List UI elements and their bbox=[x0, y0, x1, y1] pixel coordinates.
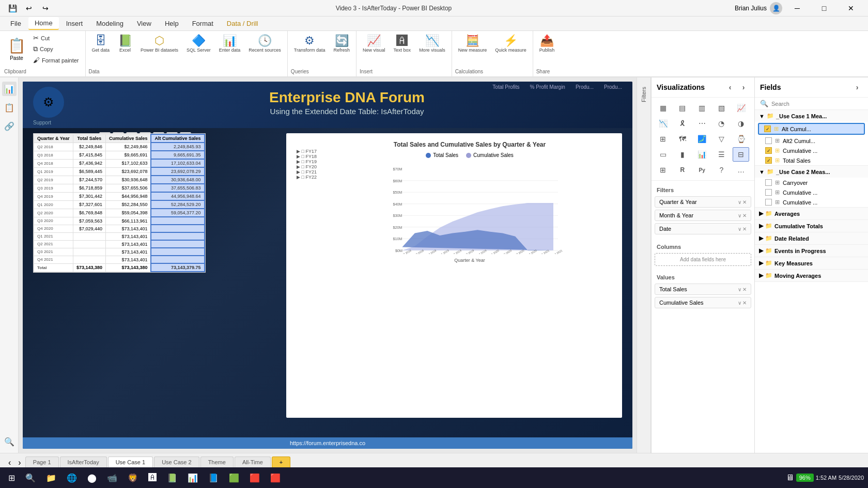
viz-more[interactable]: … bbox=[733, 163, 749, 177]
search-taskbar-button[interactable]: 🔍 bbox=[21, 468, 40, 487]
taskbar-brave[interactable]: 🦁 bbox=[123, 468, 142, 487]
field-checkbox-cumulative2[interactable] bbox=[765, 189, 772, 196]
model-view-icon[interactable]: 🔗 bbox=[2, 119, 17, 133]
values-cs-close[interactable]: ✕ bbox=[742, 300, 747, 306]
viz-funnel[interactable]: ▽ bbox=[713, 132, 730, 146]
fields-section-header-dr[interactable]: ▶ 📁 Date Related bbox=[755, 232, 868, 244]
paste-button[interactable]: 📋 Paste bbox=[4, 35, 29, 63]
viz-clustered-bar[interactable]: ▤ bbox=[674, 101, 691, 115]
redo-icon[interactable]: ↪ bbox=[38, 1, 53, 15]
taskbar-chrome[interactable]: ⬤ bbox=[83, 468, 101, 487]
viz-line[interactable]: 📈 bbox=[733, 101, 749, 115]
viz-nav-next[interactable]: › bbox=[738, 82, 749, 93]
tab-is-after-today[interactable]: IsAfterToday bbox=[60, 456, 107, 467]
viz-filled-map[interactable]: 🗾 bbox=[694, 132, 710, 146]
viz-matrix[interactable]: ⊞ bbox=[655, 163, 671, 177]
new-measure-button[interactable]: 🧮 New measure bbox=[455, 33, 490, 55]
viz-gauge[interactable]: ⌚ bbox=[733, 132, 749, 146]
fields-search-input[interactable] bbox=[771, 101, 863, 107]
menu-view[interactable]: View bbox=[131, 18, 158, 29]
filter-qy-expand[interactable]: ∨ bbox=[738, 199, 741, 205]
field-alt2-cumul[interactable]: ⊞ Alt2 Cumul... bbox=[755, 136, 868, 146]
cut-button[interactable]: ✂ Cut bbox=[31, 33, 81, 43]
filter-qy-close[interactable]: ✕ bbox=[742, 199, 747, 205]
viz-100-bar[interactable]: ▥ bbox=[694, 101, 710, 115]
values-total-sales[interactable]: Total Sales ∨ ✕ bbox=[655, 284, 751, 295]
recent-sources-button[interactable]: 🕓 Recent sources bbox=[245, 33, 284, 55]
field-checkbox-cumulative3[interactable] bbox=[765, 199, 772, 206]
taskbar-desktop-btn[interactable]: 🖥 bbox=[786, 473, 794, 482]
values-ts-expand[interactable]: ∨ bbox=[738, 287, 741, 292]
tab-use-case-1[interactable]: Use Case 1 bbox=[108, 456, 153, 467]
get-data-button[interactable]: 🗄 Get data bbox=[89, 33, 113, 55]
viz-area[interactable]: 📉 bbox=[655, 116, 671, 131]
viz-multi-card[interactable]: ▮ bbox=[674, 147, 691, 162]
ai-insights-icon[interactable]: 🔍 bbox=[2, 434, 17, 449]
filter-my-close[interactable]: ✕ bbox=[742, 213, 747, 218]
menu-help[interactable]: Help bbox=[159, 18, 185, 29]
fields-section-header-ct[interactable]: ▶ 📁 Cumulative Totals bbox=[755, 220, 868, 232]
format-painter-button[interactable]: 🖌 Format painter bbox=[31, 55, 81, 65]
copy-button[interactable]: ⧉ Copy bbox=[31, 44, 81, 54]
taskbar-app2[interactable]: 🟩 bbox=[225, 468, 243, 487]
text-box-button[interactable]: 🅰 Text box bbox=[391, 33, 414, 55]
viz-stacked-bar[interactable]: ▦ bbox=[655, 101, 671, 115]
taskbar-excel[interactable]: 📗 bbox=[163, 468, 181, 487]
new-visual-button[interactable]: 📈 New visual bbox=[360, 33, 389, 55]
columns-add-field[interactable]: Add data fields here bbox=[655, 253, 751, 266]
menu-home[interactable]: Home bbox=[28, 17, 59, 30]
start-button[interactable]: ⊞ bbox=[4, 468, 19, 487]
field-carryover[interactable]: ⊞ Carryover bbox=[755, 178, 868, 187]
fields-section-header-events[interactable]: ▶ 📁 Events in Progress bbox=[755, 245, 868, 257]
filter-d-expand[interactable]: ∨ bbox=[738, 226, 741, 232]
refresh-button[interactable]: 🔄 Refresh bbox=[331, 33, 353, 55]
save-icon[interactable]: 💾 bbox=[5, 1, 20, 15]
viz-slicer[interactable]: ☰ bbox=[713, 147, 730, 162]
transform-data-button[interactable]: ⚙ Transform data bbox=[291, 33, 329, 55]
values-cs-expand[interactable]: ∨ bbox=[738, 300, 741, 306]
taskbar-file-explorer[interactable]: 📁 bbox=[42, 468, 60, 487]
menu-data-drill[interactable]: Data / Drill bbox=[221, 18, 265, 29]
data-view-icon[interactable]: 📋 bbox=[2, 100, 17, 115]
fields-section-header-uc2[interactable]: ▼ 📁 _Use Case 2 Meas... bbox=[755, 166, 868, 178]
field-checkbox-alt2-cumul[interactable] bbox=[765, 137, 772, 144]
fields-section-header-ma[interactable]: ▶ 📁 Moving Averages bbox=[755, 270, 868, 281]
tab-theme[interactable]: Theme bbox=[200, 456, 234, 467]
filter-my-expand[interactable]: ∨ bbox=[738, 213, 741, 218]
quick-measure-button[interactable]: ⚡ Quick measure bbox=[492, 33, 530, 55]
tab-add-button[interactable]: + bbox=[272, 456, 290, 467]
tab-all-time[interactable]: All-Time bbox=[235, 456, 271, 467]
filter-quarter-year[interactable]: Quarter & Year ∨ ✕ bbox=[655, 196, 751, 208]
taskbar-app4[interactable]: 🟥 bbox=[266, 468, 285, 487]
tab-page1[interactable]: Page 1 bbox=[25, 456, 59, 467]
excel-button[interactable]: 📗 Excel bbox=[115, 33, 135, 55]
field-cumulative2[interactable]: ⊞ Cumulative ... bbox=[755, 187, 868, 197]
tab-use-case-2[interactable]: Use Case 2 bbox=[154, 456, 199, 467]
field-cumulative3[interactable]: ⊞ Cumulative ... bbox=[755, 197, 868, 207]
filter-month-year[interactable]: Month & Year ∨ ✕ bbox=[655, 210, 751, 221]
maximize-button[interactable]: □ bbox=[812, 0, 836, 17]
menu-format[interactable]: Format bbox=[186, 18, 220, 29]
fields-section-header-km[interactable]: ▶ 📁 Key Measures bbox=[755, 257, 868, 269]
field-alt-cumul[interactable]: ✓ ⊞ Alt Cumul... bbox=[758, 123, 865, 135]
values-cumulative-sales[interactable]: Cumulative Sales ∨ ✕ bbox=[655, 297, 751, 308]
field-total-sales1[interactable]: ✓ ⊞ Total Sales bbox=[755, 155, 868, 165]
enter-data-button[interactable]: 📊 Enter data bbox=[216, 33, 244, 55]
viz-ribbon[interactable]: 🎗 bbox=[674, 116, 691, 131]
close-button[interactable]: ✕ bbox=[839, 0, 863, 17]
power-bi-datasets-button[interactable]: ⬡ Power BI datasets bbox=[137, 33, 181, 55]
field-cumulative1[interactable]: ✓ ⊞ Cumulative ... bbox=[755, 146, 868, 155]
undo-icon[interactable]: ↩ bbox=[22, 1, 36, 15]
user-avatar[interactable]: 👤 bbox=[770, 2, 782, 14]
fields-section-header-averages[interactable]: ▶ 📁 Averages bbox=[755, 208, 868, 219]
page-nav-next[interactable]: › bbox=[15, 458, 24, 467]
report-view-icon[interactable]: 📊 bbox=[2, 82, 17, 96]
viz-treemap[interactable]: ⊞ bbox=[655, 132, 671, 146]
viz-scatter[interactable]: ⋯ bbox=[694, 116, 710, 131]
viz-kpi[interactable]: 📊 bbox=[694, 147, 710, 162]
field-checkbox-cumulative1[interactable]: ✓ bbox=[765, 147, 772, 154]
taskbar-zoom[interactable]: 📹 bbox=[103, 468, 121, 487]
viz-bar-h[interactable]: ▧ bbox=[713, 101, 730, 115]
page-nav-prev[interactable]: ‹ bbox=[5, 458, 14, 467]
taskbar-app1[interactable]: 🅰 bbox=[144, 468, 161, 487]
